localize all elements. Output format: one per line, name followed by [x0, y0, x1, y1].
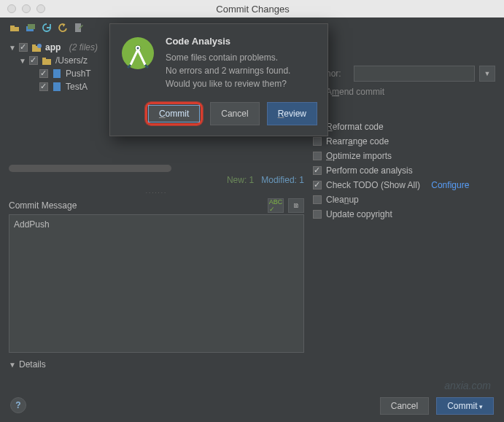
- commit-button[interactable]: Commit: [436, 397, 494, 415]
- resize-grip[interactable]: ∙∙∙∙∙∙∙: [9, 189, 304, 197]
- details-label: Details: [19, 359, 46, 370]
- dialog-review-button[interactable]: Review: [267, 102, 317, 125]
- tree-root-label: app: [45, 42, 61, 52]
- tree-file-label: PushT: [66, 69, 91, 79]
- svg-point-14: [137, 47, 139, 50]
- changelist-icon[interactable]: [9, 22, 20, 34]
- cancel-button[interactable]: Cancel: [380, 397, 429, 415]
- window-title: Commit Changes: [45, 4, 460, 15]
- checkbox-analysis[interactable]: [313, 166, 322, 175]
- edit-icon[interactable]: [73, 22, 85, 34]
- svg-rect-10: [53, 69, 61, 78]
- revert-icon[interactable]: [57, 22, 69, 34]
- svg-rect-8: [42, 59, 51, 65]
- checkbox[interactable]: [39, 82, 48, 91]
- folder-icon: [41, 55, 53, 66]
- commit-highlight: Commit: [145, 102, 203, 125]
- svg-point-7: [37, 44, 42, 48]
- configure-link[interactable]: Configure: [431, 180, 469, 190]
- group-icon[interactable]: [25, 22, 36, 34]
- file-icon: [51, 81, 63, 93]
- checkbox-optimize[interactable]: [313, 152, 322, 160]
- dialog-commit-button[interactable]: Commit: [148, 105, 200, 122]
- zoom-dot[interactable]: [36, 4, 45, 13]
- svg-rect-11: [53, 82, 61, 91]
- author-select[interactable]: [354, 66, 475, 82]
- todo-label: Check TODO (Show All): [326, 180, 420, 190]
- checkbox[interactable]: [19, 43, 28, 52]
- svg-rect-9: [42, 58, 46, 60]
- svg-rect-6: [32, 44, 36, 47]
- svg-rect-1: [10, 26, 15, 28]
- chevron-down-icon: ▼: [9, 361, 16, 369]
- file-icon: [51, 68, 63, 79]
- dialog-cancel-button[interactable]: Cancel: [210, 102, 259, 125]
- history-button[interactable]: 🗎: [288, 198, 304, 213]
- svg-point-12: [122, 37, 154, 69]
- checkbox-rearrange[interactable]: [313, 137, 322, 146]
- horizontal-scrollbar[interactable]: [9, 165, 171, 172]
- amend-label: Amend commit: [326, 87, 384, 97]
- expand-arrow-icon[interactable]: ▼: [19, 57, 26, 65]
- copyright-label: Update copyright: [326, 209, 392, 219]
- cleanup-label: Cleanup: [326, 195, 359, 205]
- titlebar: Commit Changes: [0, 0, 504, 17]
- expand-arrow-icon[interactable]: ▼: [9, 44, 16, 52]
- commit-message-label: Commit Message: [9, 200, 77, 211]
- details-toggle[interactable]: ▼ Details: [9, 355, 304, 374]
- tree-file-label: TestA: [66, 82, 88, 92]
- change-stats: New: 1 Modified: 1: [9, 173, 304, 189]
- checkbox[interactable]: [39, 69, 48, 78]
- minimize-dot[interactable]: [22, 4, 31, 13]
- dialog-text: Some files contain problems. No errors a…: [166, 51, 290, 90]
- checkbox[interactable]: [29, 56, 38, 65]
- module-icon: [31, 42, 42, 53]
- android-studio-icon: [120, 36, 155, 71]
- watermark: anxia.com: [444, 380, 491, 391]
- dialog-title: Code Analysis: [166, 36, 290, 47]
- optimize-label: Optimize imports: [326, 151, 392, 161]
- tree-root-suffix: (2 files): [69, 42, 98, 52]
- checkbox-todo[interactable]: [313, 181, 322, 189]
- author-dropdown-button[interactable]: ▼: [479, 66, 495, 82]
- code-analysis-dialog: Code Analysis Some files contain problem…: [109, 23, 328, 136]
- reformat-label: Reformat code: [326, 122, 384, 132]
- svg-rect-3: [28, 24, 35, 29]
- refresh-icon[interactable]: [41, 22, 53, 34]
- window-controls: [0, 4, 45, 13]
- spellcheck-button[interactable]: ABC✓: [268, 198, 284, 213]
- close-dot[interactable]: [7, 4, 16, 13]
- checkbox-copyright[interactable]: [313, 210, 322, 219]
- analysis-label: Perform code analysis: [326, 165, 413, 176]
- commit-message-input[interactable]: [9, 214, 304, 353]
- options-panel: Author: ▼ Amend commit Reformat code Rea…: [313, 38, 495, 374]
- checkbox-cleanup[interactable]: [313, 195, 322, 204]
- rearrange-label: Rearrange code: [326, 136, 389, 146]
- help-button[interactable]: ?: [10, 397, 26, 413]
- tree-folder-label: /Users/z: [55, 55, 88, 66]
